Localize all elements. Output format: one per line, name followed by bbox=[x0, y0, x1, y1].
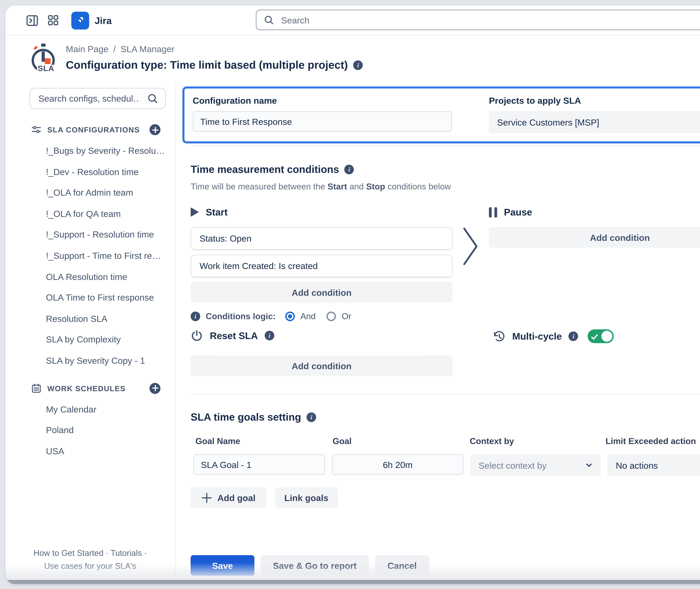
top-navigation-bar: Jira Create ? bbox=[5, 5, 700, 36]
sidebar: SLA CONFIGURATIONS !_Bugs by Severity - … bbox=[5, 82, 176, 584]
jira-brand[interactable]: Jira bbox=[71, 11, 112, 29]
projects-group: Projects to apply SLA Service Customers … bbox=[489, 95, 700, 133]
multi-cycle-label: Multi-cycle bbox=[512, 331, 562, 342]
cancel-button[interactable]: Cancel bbox=[375, 555, 429, 576]
limit-exceeded-column-label: Limit Exceeded action bbox=[606, 436, 696, 446]
projects-select[interactable]: Service Customers [MSP] bbox=[489, 111, 700, 133]
sidebar-item[interactable]: OLA Resolution time bbox=[5, 266, 175, 287]
link-goals-label: Link goals bbox=[284, 492, 328, 503]
work-schedules-title: WORK SCHEDULES bbox=[47, 384, 125, 392]
section-divider bbox=[191, 394, 700, 395]
time-conditions-title: Time measurement conditions bbox=[191, 163, 339, 175]
sidebar-item[interactable]: My Calendar bbox=[5, 399, 175, 420]
start-column: Start Status: Open Work item Created: Is… bbox=[191, 204, 453, 321]
svg-text:SLA: SLA bbox=[38, 64, 54, 73]
app-window: Jira Create ? bbox=[5, 5, 700, 584]
check-icon bbox=[591, 333, 599, 341]
logic-or-label[interactable]: Or bbox=[342, 312, 351, 321]
goal-name-input[interactable] bbox=[193, 454, 325, 475]
pause-label: Pause bbox=[504, 206, 532, 217]
sidebar-item[interactable]: !_Bugs by Severity - Resolu… bbox=[5, 141, 175, 162]
conditions-columns: Start Status: Open Work item Created: Is… bbox=[191, 204, 700, 321]
breadcrumb-main-page[interactable]: Main Page bbox=[66, 44, 108, 54]
multi-cycle-toggle[interactable] bbox=[588, 329, 614, 343]
link-goals-button[interactable]: Link goals bbox=[275, 487, 338, 508]
form-actions: Save Save & Go to report Cancel bbox=[191, 555, 429, 576]
sidebar-item[interactable]: SLA by Severity Copy - 1 bbox=[5, 351, 175, 372]
search-icon bbox=[263, 14, 274, 25]
sla-configurations-title: SLA CONFIGURATIONS bbox=[47, 126, 140, 134]
section-divider bbox=[191, 146, 700, 146]
goal-duration-input[interactable] bbox=[332, 454, 463, 475]
work-schedules-section-header: WORK SCHEDULES bbox=[5, 381, 175, 396]
save-button[interactable]: Save bbox=[191, 555, 255, 576]
conditions-logic-row: i Conditions logic: And Or bbox=[191, 312, 453, 321]
app-switcher-button[interactable] bbox=[43, 10, 63, 30]
sidebar-item[interactable]: !_Support - Time to First re… bbox=[5, 246, 175, 266]
configuration-name-input[interactable] bbox=[193, 111, 452, 132]
sidebar-item[interactable]: !_Dev - Resolution time bbox=[5, 162, 175, 183]
work-schedules-list: My Calendar Poland USA bbox=[5, 399, 175, 462]
breadcrumb-sla-manager[interactable]: SLA Manager bbox=[120, 44, 174, 54]
main-content: Configuration name Projects to apply SLA… bbox=[176, 82, 700, 584]
reset-sla-header: Reset SLA i bbox=[191, 329, 274, 342]
pause-add-condition-button[interactable]: Add condition bbox=[489, 227, 700, 248]
context-by-select[interactable]: Select context by bbox=[470, 454, 601, 476]
jira-logo-icon bbox=[71, 11, 89, 29]
limit-action-select[interactable]: No actions bbox=[608, 454, 700, 476]
sidebar-search[interactable] bbox=[30, 88, 166, 109]
logic-info-icon[interactable]: i bbox=[191, 312, 200, 321]
sidebar-item[interactable]: Resolution SLA bbox=[5, 309, 175, 330]
sidebar-item[interactable]: OLA Time to First response bbox=[5, 287, 175, 309]
page-title: Configuration type: Time limit based (mu… bbox=[66, 59, 348, 71]
add-goal-button[interactable]: Add goal bbox=[191, 487, 267, 508]
sidebar-item[interactable]: USA bbox=[5, 441, 175, 462]
sidebar-item[interactable]: Poland bbox=[5, 420, 175, 441]
sidebar-item[interactable]: !_OLA for Admin team bbox=[5, 183, 175, 204]
breadcrumb-separator: / bbox=[113, 44, 116, 54]
sidebar-item[interactable]: !_OLA for QA team bbox=[5, 204, 175, 225]
search-input[interactable] bbox=[280, 14, 700, 26]
play-icon bbox=[191, 207, 199, 217]
multi-cycle-header: Multi-cycle i bbox=[492, 329, 614, 343]
highlighted-fields-box: Configuration name Projects to apply SLA… bbox=[183, 86, 700, 144]
logic-and-label[interactable]: And bbox=[300, 312, 316, 321]
start-condition[interactable]: Status: Open bbox=[191, 227, 453, 250]
page-header-left: SLA Main Page / SLA Manager Configuratio… bbox=[29, 43, 363, 74]
add-configuration-button[interactable] bbox=[149, 124, 160, 135]
sidebar-item[interactable]: SLA by Complexity bbox=[5, 330, 175, 351]
add-schedule-button[interactable] bbox=[149, 383, 160, 394]
start-condition[interactable]: Work item Created: Is created bbox=[191, 254, 453, 277]
power-icon bbox=[191, 329, 203, 342]
sidebar-footer-links-line2[interactable]: Use cases for your SLA's bbox=[44, 561, 136, 571]
title-info-icon[interactable]: i bbox=[353, 60, 363, 70]
global-search[interactable] bbox=[256, 10, 700, 30]
sidebar-item[interactable]: !_Support - Resolution time bbox=[5, 225, 175, 246]
sla-configurations-section-header: SLA CONFIGURATIONS bbox=[5, 122, 175, 137]
start-add-condition-button[interactable]: Add condition bbox=[191, 282, 453, 303]
plus-icon bbox=[202, 492, 212, 503]
expand-sidebar-button[interactable] bbox=[22, 10, 43, 30]
limit-action-value: No actions bbox=[616, 460, 700, 470]
add-goal-label: Add goal bbox=[218, 492, 256, 503]
projects-select-value: Service Customers [MSP] bbox=[497, 117, 700, 127]
logic-and-radio[interactable] bbox=[285, 312, 295, 321]
time-conditions-info-icon[interactable]: i bbox=[345, 164, 354, 174]
sla-manager-logo: SLA bbox=[29, 43, 58, 74]
reset-add-condition-button[interactable]: Add condition bbox=[191, 356, 453, 376]
goals-column-labels: Goal Name Goal Context by Limit Exceeded… bbox=[191, 436, 700, 447]
goals-title: SLA time goals setting bbox=[191, 411, 301, 423]
logic-or-radio[interactable] bbox=[327, 312, 336, 321]
sidebar-footer-links-line1[interactable]: How to Get Started · Tutorials · bbox=[33, 548, 147, 558]
panel-expand-icon bbox=[25, 13, 39, 27]
save-and-report-button[interactable]: Save & Go to report bbox=[261, 555, 369, 576]
multi-cycle-info-icon[interactable]: i bbox=[569, 332, 578, 341]
sidebar-search-input[interactable] bbox=[37, 92, 141, 104]
context-by-column-label: Context by bbox=[470, 436, 514, 446]
reset-info-icon[interactable]: i bbox=[265, 331, 274, 341]
history-icon bbox=[492, 330, 505, 343]
calendar-icon bbox=[31, 383, 42, 394]
configuration-name-group: Configuration name bbox=[193, 95, 452, 133]
horizontal-scrollbar-thumb[interactable] bbox=[7, 579, 700, 584]
goals-info-icon[interactable]: i bbox=[307, 412, 316, 422]
